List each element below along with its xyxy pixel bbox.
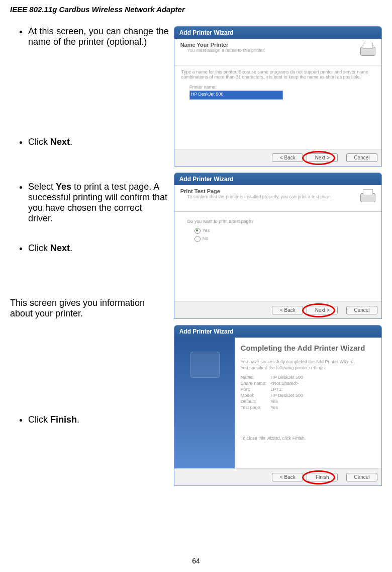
spacer <box>10 51 169 137</box>
dialog-body-text: Type a name for this printer. Because so… <box>181 69 374 79</box>
text: Click <box>28 137 50 147</box>
instruction-2b: Click Next. <box>28 243 169 254</box>
instruction-block-2: Select Yes to print a test page. A succe… <box>10 182 169 224</box>
finish-button[interactable]: Finish <box>307 473 338 481</box>
content-area: At this screen, you can change the name … <box>0 26 392 492</box>
settings-table: Name:HP DeskJet 500 Share name:<Not Shar… <box>241 374 307 411</box>
wizard-line1: You have successfully completed the Add … <box>241 359 375 364</box>
dialog-footer: < Back Finish Cancel <box>174 468 381 485</box>
dialog-head-sub: You must assign a name to this printer. <box>180 48 375 53</box>
dialog-head-title: Print Test Page <box>180 188 375 194</box>
printer-icon <box>358 42 376 58</box>
dialog-head-sub: To confirm that the printer is installed… <box>180 194 375 199</box>
key: Name: <box>241 374 271 380</box>
back-button[interactable]: < Back <box>272 153 303 162</box>
spacer <box>10 151 169 182</box>
page-number: 64 <box>192 557 200 565</box>
document-header: IEEE 802.11g Cardbus Wireless Network Ad… <box>0 0 392 26</box>
dialog-footer: < Back Next > Cancel <box>174 149 381 166</box>
key: Share name: <box>241 380 271 386</box>
cancel-button[interactable]: Cancel <box>346 306 377 314</box>
printer-icon <box>358 188 376 204</box>
radio-label: Yes <box>203 228 210 233</box>
dialog-header: Name Your Printer You must assign a name… <box>174 39 381 65</box>
key: Port: <box>241 386 271 392</box>
dialog-body-wrap: Completing the Add Printer Wizard You ha… <box>174 338 381 468</box>
text-bold: Finish <box>50 415 77 425</box>
cancel-button[interactable]: Cancel <box>346 473 377 481</box>
back-button[interactable]: < Back <box>272 306 303 314</box>
instruction-3-text: This screen gives you information about … <box>10 298 169 319</box>
wizard-side-graphic <box>174 338 235 468</box>
printer-name-input[interactable]: HP DeskJet 500 <box>189 91 283 100</box>
instruction-1a: At this screen, you can change the name … <box>28 26 169 47</box>
text: . <box>70 137 72 147</box>
dialog-name-printer: Add Printer Wizard Name Your Printer You… <box>174 26 382 167</box>
next-button[interactable]: Next > <box>307 153 338 162</box>
radio-yes[interactable]: Yes <box>194 228 374 234</box>
key: Test page: <box>241 404 271 411</box>
val: HP DeskJet 500 <box>270 392 307 398</box>
radio-no[interactable]: No <box>194 236 374 242</box>
text: Select <box>28 182 56 192</box>
spacer <box>10 228 169 243</box>
instruction-1b: Click Next. <box>28 137 169 147</box>
question-text: Do you want to print a test page? <box>187 219 374 224</box>
radio-icon <box>194 236 201 242</box>
table-row: Share name:<Not Shared> <box>241 380 307 386</box>
text-bold: Next <box>50 137 70 147</box>
dialog-test-page: Add Printer Wizard Print Test Page To co… <box>174 173 382 319</box>
table-row: Default:Yes <box>241 398 307 404</box>
text-bold: Yes <box>56 182 71 192</box>
text: . <box>70 243 72 253</box>
instruction-2a: Select Yes to print a test page. A succe… <box>28 182 169 224</box>
key: Default: <box>241 398 271 404</box>
dialog-header: Print Test Page To confirm that the prin… <box>174 185 381 212</box>
dialog-titlebar: Add Printer Wizard <box>174 325 381 338</box>
val: <Not Shared> <box>270 380 307 386</box>
spacer <box>10 319 169 415</box>
instruction-block-3b: Click Finish. <box>10 415 169 425</box>
val: Yes <box>270 398 307 404</box>
radio-icon <box>194 228 201 234</box>
val: Yes <box>270 404 307 411</box>
input-label: Printer name: <box>189 85 374 90</box>
val: LPT1: <box>270 386 307 392</box>
wizard-title: Completing the Add Printer Wizard <box>241 344 375 352</box>
instruction-block-1: At this screen, you can change the name … <box>10 26 169 47</box>
dialog-completing: Add Printer Wizard Completing the Add Pr… <box>174 325 382 486</box>
spacer <box>10 258 169 298</box>
instruction-3b: Click Finish. <box>28 415 169 425</box>
key: Model: <box>241 392 271 398</box>
table-row: Name:HP DeskJet 500 <box>241 374 307 380</box>
instructions-column: At this screen, you can change the name … <box>10 26 174 492</box>
dialog-head-title: Name Your Printer <box>180 42 375 48</box>
text: Click <box>28 415 50 425</box>
wizard-line2: You specified the following printer sett… <box>241 365 375 370</box>
text: . <box>77 415 79 425</box>
wizard-content: Completing the Add Printer Wizard You ha… <box>235 338 381 468</box>
val: HP DeskJet 500 <box>270 374 307 380</box>
table-row: Port:LPT1: <box>241 386 307 392</box>
cancel-button[interactable]: Cancel <box>346 153 377 162</box>
close-text: To close this wizard, click Finish. <box>241 436 375 441</box>
dialog-footer: < Back Next > Cancel <box>174 301 381 318</box>
table-row: Model:HP DeskJet 500 <box>241 392 307 398</box>
next-button[interactable]: Next > <box>307 306 338 314</box>
text: Click <box>28 243 50 253</box>
screenshots-column: Add Printer Wizard Name Your Printer You… <box>174 26 382 492</box>
dialog-titlebar: Add Printer Wizard <box>174 173 381 185</box>
table-row: Test page:Yes <box>241 404 307 411</box>
dialog-titlebar: Add Printer Wizard <box>174 27 381 39</box>
dialog-body: Type a name for this printer. Because so… <box>174 65 381 149</box>
radio-label: No <box>203 236 209 241</box>
instruction-block-2b: Click Next. <box>10 243 169 254</box>
back-button[interactable]: < Back <box>272 473 303 481</box>
text-bold: Next <box>50 243 70 253</box>
dialog-body: Do you want to print a test page? Yes No <box>174 212 381 301</box>
instruction-block-1b: Click Next. <box>10 137 169 147</box>
